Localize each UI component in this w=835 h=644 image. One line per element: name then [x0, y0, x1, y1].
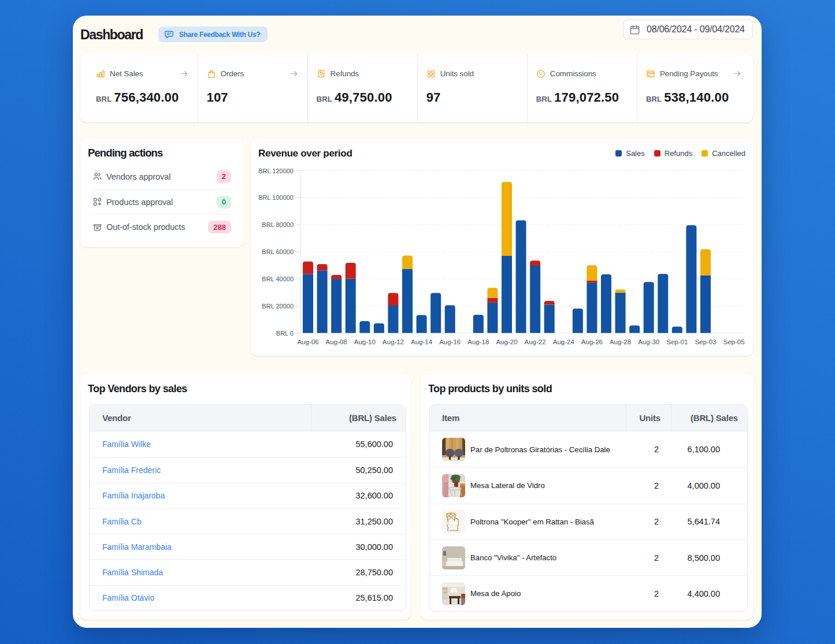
svg-text:BRL 20000: BRL 20000 — [262, 303, 294, 310]
svg-text:Aug-18: Aug-18 — [467, 338, 489, 345]
svg-text:Aug-28: Aug-28 — [610, 338, 631, 345]
svg-text:Aug-22: Aug-22 — [525, 338, 546, 345]
svg-text:BRL 120000: BRL 120000 — [258, 167, 294, 174]
svg-text:Sep-03: Sep-03 — [695, 338, 716, 345]
svg-text:BRL 100000: BRL 100000 — [258, 194, 294, 201]
svg-text:Aug-24: Aug-24 — [553, 338, 575, 345]
svg-text:BRL 0: BRL 0 — [276, 330, 294, 337]
svg-text:Aug-12: Aug-12 — [383, 338, 404, 345]
svg-text:Aug-20: Aug-20 — [496, 338, 517, 345]
svg-text:Aug-30: Aug-30 — [638, 338, 659, 345]
svg-text:Aug-14: Aug-14 — [411, 338, 433, 345]
svg-text:Aug-26: Aug-26 — [581, 338, 603, 345]
svg-text:Sep-01: Sep-01 — [666, 338, 688, 345]
svg-text:BRL 80000: BRL 80000 — [262, 221, 294, 228]
svg-text:BRL 40000: BRL 40000 — [262, 276, 294, 282]
svg-text:Aug-06: Aug-06 — [297, 338, 318, 345]
svg-text:Aug-16: Aug-16 — [439, 338, 461, 345]
svg-text:BRL 60000: BRL 60000 — [262, 248, 294, 255]
svg-text:Aug-10: Aug-10 — [354, 338, 376, 345]
svg-text:Sep-05: Sep-05 — [723, 338, 745, 345]
svg-text:Aug-08: Aug-08 — [326, 338, 347, 345]
